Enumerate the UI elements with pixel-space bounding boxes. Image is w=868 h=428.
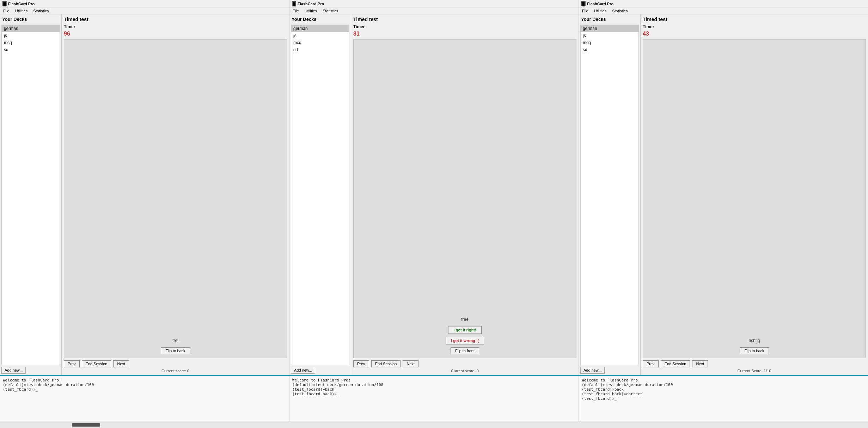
deck-item-mcq-1[interactable]: mcq <box>2 39 60 46</box>
add-new-button-1[interactable]: Add new... <box>1 367 26 374</box>
app-icon-3: 🂠 <box>581 1 586 6</box>
menu-statistics-2[interactable]: Statistics <box>322 8 339 13</box>
add-new-button-2[interactable]: Add new... <box>291 367 315 374</box>
app-title-2: FlashCard Pro <box>298 2 324 6</box>
sidebar-3: Your Decks german js mcq sd Add new... <box>579 14 641 375</box>
app-title-3: FlashCard Pro <box>587 2 613 6</box>
main-panel-3: Timed test Timer 43 richtig Flip to back… <box>641 14 868 375</box>
card-content-2: free I got it right! I got it wrong :( F… <box>357 317 573 354</box>
timer-value-2: 81 <box>353 31 576 37</box>
timer-label-2: Timer <box>353 24 576 29</box>
sidebar-2: Your Decks german js mcq sd Add new... <box>289 14 351 375</box>
end-session-button-1[interactable]: End Session <box>82 360 111 367</box>
sidebar-title-3: Your Decks <box>580 16 639 23</box>
app-title-1: FlashCard Pro <box>8 2 35 6</box>
menu-file-1[interactable]: File <box>2 8 11 13</box>
menu-utilities-1[interactable]: Utilities <box>14 8 29 13</box>
controls-row-2: Prev End Session Next <box>353 360 576 367</box>
panel-2: 🂠 FlashCard Pro File Utilities Statistic… <box>289 0 579 375</box>
prev-button-1[interactable]: Prev <box>64 360 80 367</box>
title-bar-2: 🂠 FlashCard Pro <box>289 0 579 8</box>
score-text-2: Current score: 0 <box>353 369 576 373</box>
card-area-3: richtig Flip to back <box>643 39 866 358</box>
add-new-button-3[interactable]: Add new... <box>580 367 605 374</box>
panel-1: 🂠 FlashCard Pro File Utilities Statistic… <box>0 0 289 375</box>
timer-value-3: 43 <box>643 31 866 37</box>
menu-utilities-3[interactable]: Utilities <box>593 8 607 13</box>
panel-title-3: Timed test <box>643 17 866 22</box>
title-bar-1: 🂠 FlashCard Pro <box>0 0 289 8</box>
next-button-2[interactable]: Next <box>403 360 418 367</box>
terminal-panel-1[interactable]: Welcome to FlashCard Pro! (default)»test… <box>0 376 289 421</box>
score-text-3: Current Score: 1/10 <box>643 369 866 373</box>
sidebar-1: Your Decks german js mcq sd Add new... <box>0 14 62 375</box>
deck-item-sd-2[interactable]: sd <box>291 46 349 53</box>
main-panel-2: Timed test Timer 81 free I got it right!… <box>351 14 579 375</box>
sidebar-title-2: Your Decks <box>291 16 349 23</box>
card-word-2: free <box>461 317 469 322</box>
title-bar-3: 🂠 FlashCard Pro <box>579 0 868 8</box>
next-button-3[interactable]: Next <box>692 360 708 367</box>
score-text-1: Current score: 0 <box>64 369 287 373</box>
menu-file-3[interactable]: File <box>581 8 589 13</box>
content-area-1: Your Decks german js mcq sd Add new... T… <box>0 14 289 375</box>
content-area-3: Your Decks german js mcq sd Add new... T… <box>579 14 868 375</box>
menu-statistics-3[interactable]: Statistics <box>611 8 629 13</box>
flip-button-1[interactable]: Flip to back <box>161 347 190 354</box>
got-wrong-button-2[interactable]: I got it wrong :( <box>446 337 484 344</box>
deck-item-js-3[interactable]: js <box>581 32 638 39</box>
app-icon-2: 🂠 <box>292 1 296 6</box>
deck-item-js-2[interactable]: js <box>291 32 349 39</box>
main-panel-1: Timed test Timer 96 frei Flip to back Pr… <box>62 14 289 375</box>
controls-row-1: Prev End Session Next <box>64 360 287 367</box>
prev-button-2[interactable]: Prev <box>353 360 369 367</box>
deck-list-1[interactable]: german js mcq sd <box>1 25 60 365</box>
next-button-1[interactable]: Next <box>113 360 129 367</box>
menu-bar-1: File Utilities Statistics <box>0 8 289 14</box>
app-icon-1: 🂠 <box>2 1 7 6</box>
app-container: 🂠 FlashCard Pro File Utilities Statistic… <box>0 0 868 428</box>
controls-row-3: Prev End Session Next <box>643 360 866 367</box>
timer-value-1: 96 <box>64 31 287 37</box>
flip-button-3[interactable]: Flip to back <box>740 347 769 354</box>
sidebar-title-1: Your Decks <box>1 16 60 23</box>
card-content-3: richtig Flip to back <box>647 338 862 354</box>
timer-label-1: Timer <box>64 24 287 29</box>
timer-label-3: Timer <box>643 24 866 29</box>
deck-item-mcq-2[interactable]: mcq <box>291 39 349 46</box>
card-word-3: richtig <box>748 338 760 343</box>
deck-list-3[interactable]: german js mcq sd <box>580 25 639 365</box>
terminal-row: Welcome to FlashCard Pro! (default)»test… <box>0 375 868 421</box>
menu-file-2[interactable]: File <box>292 8 300 13</box>
bottom-bar <box>0 421 868 428</box>
got-right-button-2[interactable]: I got it right! <box>448 326 481 334</box>
end-session-button-2[interactable]: End Session <box>371 360 401 367</box>
deck-item-german-1[interactable]: german <box>2 25 60 32</box>
menu-statistics-1[interactable]: Statistics <box>32 8 50 13</box>
terminal-panel-3[interactable]: Welcome to FlashCard Pro! (default)»test… <box>579 376 868 421</box>
content-area-2: Your Decks german js mcq sd Add new... T… <box>289 14 579 375</box>
deck-item-german-2[interactable]: german <box>291 25 349 32</box>
deck-item-sd-3[interactable]: sd <box>581 46 638 53</box>
deck-item-mcq-3[interactable]: mcq <box>581 39 638 46</box>
flip-button-2[interactable]: Flip to front <box>451 347 479 354</box>
deck-item-german-3[interactable]: german <box>581 25 638 32</box>
deck-list-2[interactable]: german js mcq sd <box>291 25 349 365</box>
menu-bar-3: File Utilities Statistics <box>579 8 868 14</box>
panel-title-1: Timed test <box>64 17 287 22</box>
terminal-panel-2[interactable]: Welcome to FlashCard Pro! (default)»test… <box>289 376 579 421</box>
panel-3: 🂠 FlashCard Pro File Utilities Statistic… <box>579 0 868 375</box>
panel-title-2: Timed test <box>353 17 576 22</box>
menu-bar-2: File Utilities Statistics <box>289 8 579 14</box>
card-area-2: free I got it right! I got it wrong :( F… <box>353 39 576 358</box>
card-area-1: frei Flip to back <box>64 39 287 358</box>
prev-button-3[interactable]: Prev <box>643 360 659 367</box>
card-word-1: frei <box>172 338 178 343</box>
panels-row: 🂠 FlashCard Pro File Utilities Statistic… <box>0 0 868 375</box>
deck-item-sd-1[interactable]: sd <box>2 46 60 53</box>
menu-utilities-2[interactable]: Utilities <box>304 8 318 13</box>
card-content-1: frei Flip to back <box>68 338 283 354</box>
end-session-button-3[interactable]: End Session <box>661 360 690 367</box>
deck-item-js-1[interactable]: js <box>2 32 60 39</box>
scrollbar-indicator[interactable] <box>72 423 100 427</box>
